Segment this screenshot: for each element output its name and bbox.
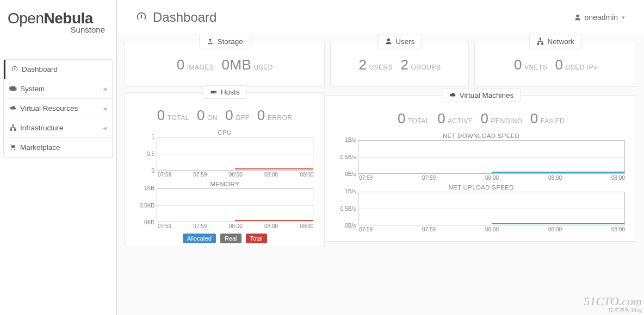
legend-total[interactable]: Total	[246, 234, 267, 243]
chevron-left-icon: ◀	[103, 125, 107, 131]
chart-memory: 1KB 0.5KB 0KB 07:59 07:59 08:00 0	[136, 188, 313, 229]
sidebar-item-label: Dashboard	[22, 65, 58, 73]
card-header-network[interactable]: Network	[529, 35, 581, 48]
page-title: Dashboard	[135, 10, 216, 25]
cloud-icon	[9, 104, 17, 112]
sidebar-item-marketplace[interactable]: Marketplace	[4, 138, 112, 157]
topbar: Dashboard oneadmin ▼	[117, 0, 644, 34]
hosts-stats: 0TOTAL 0ON 0OFF 0ERROR	[157, 114, 293, 122]
card-vms: Virtual Machines 0TOTAL 0ACTIVE 0PENDING…	[326, 96, 636, 242]
vms-stats: 0TOTAL 0ACTIVE 0PENDING 0FAILED	[398, 117, 565, 125]
brand-logo: OpenNebula Sunstone	[3, 7, 113, 40]
main-content: Dashboard oneadmin ▼ Storage 0I	[117, 0, 644, 315]
card-header-storage[interactable]: Storage	[200, 35, 250, 48]
users-stats: 2USERS 2GROUPS	[358, 63, 441, 71]
cloud-icon	[449, 91, 456, 99]
sidebar-item-label: Virtual Resources	[20, 104, 78, 112]
brand-name-b: Nebula	[44, 10, 93, 27]
chevron-left-icon: ◀	[103, 86, 107, 92]
user-icon	[574, 13, 581, 22]
sidebar-item-dashboard[interactable]: Dashboard	[4, 60, 112, 79]
hdd-icon	[210, 88, 218, 96]
storage-stats: 0IMAGES 0MBUSED	[177, 63, 273, 71]
user-icon	[385, 37, 392, 46]
legend-allocated[interactable]: Allocated	[183, 234, 216, 243]
sidebar: OpenNebula Sunstone Dashboard System ◀	[0, 0, 117, 315]
brand-name-a: Open	[8, 10, 44, 27]
page-title-text: Dashboard	[153, 10, 216, 25]
card-storage: Storage 0IMAGES 0MBUSED	[125, 42, 325, 87]
chart-title-cpu: CPU	[133, 129, 317, 136]
dashboard-icon	[11, 65, 18, 73]
sidebar-item-virtual-resources[interactable]: Virtual Resources ◀	[4, 99, 112, 118]
card-hosts: Hosts 0TOTAL 0ON 0OFF 0ERROR CPU 1	[125, 92, 325, 247]
upload-icon	[207, 37, 214, 46]
user-menu[interactable]: oneadmin ▼	[574, 13, 626, 22]
chart-netup: 1B/s 0.5B/s 0B/s 07:59 07:59 08:00 08:00…	[337, 192, 625, 232]
chevron-left-icon: ◀	[103, 106, 107, 111]
chart-cpu: 1 0.5 0 07:59 07:59 08:00 08:00	[136, 137, 313, 178]
chart-title-netup: NET UPLOAD SPEED	[334, 184, 628, 191]
sitemap-icon	[9, 124, 17, 132]
card-users: Users 2USERS 2GROUPS	[330, 42, 469, 87]
card-header-users[interactable]: Users	[377, 35, 422, 48]
watermark: 51CTO.com 技术博客 Blog	[584, 295, 642, 313]
sidebar-item-label: Infrastructure	[20, 124, 64, 132]
chart-title-netdown: NET DOWNLOAD SPEED	[334, 133, 628, 139]
hosts-legend: Allocated Real Total	[133, 234, 317, 243]
card-network: Network 0VNETS 0USED IPs	[474, 42, 636, 87]
sitemap-icon	[536, 37, 544, 46]
sidebar-item-infrastructure[interactable]: Infrastructure ◀	[4, 118, 112, 138]
sidebar-item-label: Marketplace	[20, 143, 60, 152]
chart-netdown: 1B/s 0.5B/s 0B/s 07:59 07:59 08:00 08:00…	[337, 140, 625, 181]
cart-icon	[9, 143, 17, 152]
sidebar-nav: Dashboard System ◀ Virtual Resources ◀	[3, 59, 113, 158]
card-header-vms[interactable]: Virtual Machines	[442, 89, 521, 102]
network-stats: 0VNETS 0USED IPs	[514, 63, 597, 71]
sidebar-item-system[interactable]: System ◀	[4, 79, 112, 99]
dashboard-icon	[135, 11, 147, 24]
card-header-hosts[interactable]: Hosts	[203, 85, 247, 99]
sidebar-item-label: System	[20, 85, 45, 93]
legend-real[interactable]: Real	[220, 234, 242, 243]
chart-title-memory: MEMORY	[133, 181, 317, 187]
caret-down-icon: ▼	[621, 15, 626, 20]
gears-icon	[9, 85, 17, 93]
user-name: oneadmin	[585, 13, 618, 22]
